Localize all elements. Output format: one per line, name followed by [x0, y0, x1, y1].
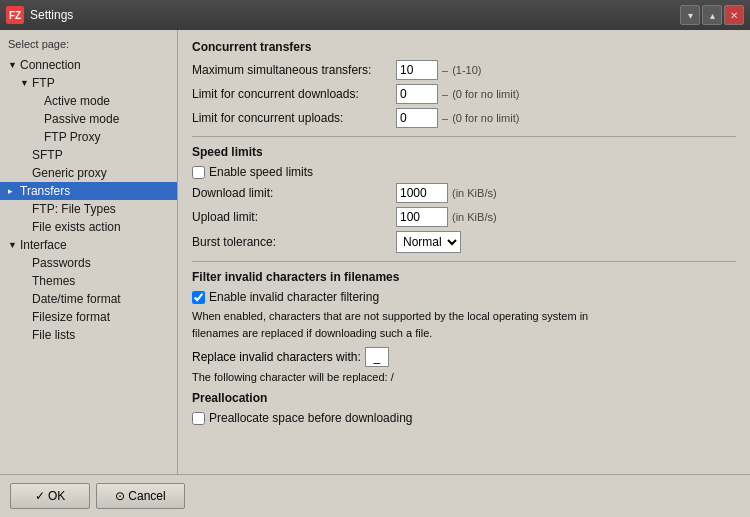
download-limit-row: Download limit: (in KiB/s): [192, 183, 736, 203]
sidebar-item-label: SFTP: [32, 148, 63, 162]
download-limit-input[interactable]: [396, 183, 448, 203]
burst-tolerance-label: Burst tolerance:: [192, 235, 392, 249]
sidebar-item-label: Transfers: [20, 184, 70, 198]
sidebar-item-active-mode[interactable]: Active mode: [0, 92, 177, 110]
max-simultaneous-decrement[interactable]: –: [442, 64, 448, 76]
sidebar-item-label: Filesize format: [32, 310, 110, 324]
sidebar-item-file-lists[interactable]: File lists: [0, 326, 177, 344]
sidebar-item-label: FTP: [32, 76, 55, 90]
sidebar-label: Select page:: [0, 34, 177, 56]
cancel-button[interactable]: ⊙ Cancel: [96, 483, 185, 509]
limit-uploads-row: Limit for concurrent uploads: – (0 for n…: [192, 108, 736, 128]
sidebar-item-themes[interactable]: Themes: [0, 272, 177, 290]
sidebar-item-label: Connection: [20, 58, 81, 72]
upload-limit-input[interactable]: [396, 207, 448, 227]
prealloc-checkbox[interactable]: [192, 412, 205, 425]
limit-downloads-input[interactable]: [396, 84, 438, 104]
upload-limit-label: Upload limit:: [192, 210, 392, 224]
replace-chars-input[interactable]: [365, 347, 389, 367]
close-button[interactable]: ✕: [724, 5, 744, 25]
max-simultaneous-hint: (1-10): [452, 64, 481, 76]
sidebar-item-transfers[interactable]: ▸ Transfers: [0, 182, 177, 200]
sidebar-item-file-exists-action[interactable]: File exists action: [0, 218, 177, 236]
replace-note: The following character will be replaced…: [192, 371, 736, 383]
sidebar-item-label: Generic proxy: [32, 166, 107, 180]
app-icon: FZ: [6, 6, 24, 24]
sidebar-item-sftp[interactable]: SFTP: [0, 146, 177, 164]
upload-limit-hint: (in KiB/s): [452, 211, 497, 223]
enable-speed-limits-row: Enable speed limits: [192, 165, 736, 179]
replace-chars-row: Replace invalid characters with:: [192, 347, 736, 367]
main-content: Select page: ▼ Connection ▼ FTP Active m…: [0, 30, 750, 474]
window-title: Settings: [30, 8, 73, 22]
enable-filter-label: Enable invalid character filtering: [209, 290, 379, 304]
bottom-bar: ✓ OK ⊙ Cancel: [0, 474, 750, 517]
sidebar-item-filesize-format[interactable]: Filesize format: [0, 308, 177, 326]
minimize-button[interactable]: ▾: [680, 5, 700, 25]
enable-speed-limits-checkbox[interactable]: [192, 166, 205, 179]
sidebar-item-label: FTP: File Types: [32, 202, 116, 216]
sidebar-item-label: File exists action: [32, 220, 121, 234]
burst-tolerance-select[interactable]: None Low Normal High: [396, 231, 461, 253]
sidebar-item-label: Passive mode: [44, 112, 119, 126]
sidebar-item-connection[interactable]: ▼ Connection: [0, 56, 177, 74]
sidebar-item-label: File lists: [32, 328, 75, 342]
max-simultaneous-row: Maximum simultaneous transfers: – (1-10): [192, 60, 736, 80]
limit-downloads-hint: (0 for no limit): [452, 88, 519, 100]
filter-invalid-chars-title: Filter invalid characters in filenames: [192, 270, 736, 284]
sidebar-item-label: Interface: [20, 238, 67, 252]
expand-arrow: ▸: [8, 186, 18, 196]
preallocation-title: Preallocation: [192, 391, 736, 405]
sidebar-item-passive-mode[interactable]: Passive mode: [0, 110, 177, 128]
title-bar: FZ Settings ▾ ▴ ✕: [0, 0, 750, 30]
concurrent-transfers-title: Concurrent transfers: [192, 40, 736, 54]
sidebar-item-label: Active mode: [44, 94, 110, 108]
enable-speed-limits-label: Enable speed limits: [209, 165, 313, 179]
sidebar-item-passwords[interactable]: Passwords: [0, 254, 177, 272]
sidebar-item-label: Themes: [32, 274, 75, 288]
sidebar: Select page: ▼ Connection ▼ FTP Active m…: [0, 30, 178, 474]
max-simultaneous-input[interactable]: [396, 60, 438, 80]
sidebar-item-label: FTP Proxy: [44, 130, 100, 144]
download-limit-label: Download limit:: [192, 186, 392, 200]
concurrent-transfers-section: Concurrent transfers Maximum simultaneou…: [192, 40, 736, 128]
title-bar-controls: ▾ ▴ ✕: [680, 5, 744, 25]
replace-chars-label: Replace invalid characters with:: [192, 350, 361, 364]
speed-limits-section: Speed limits Enable speed limits Downloa…: [192, 145, 736, 253]
limit-uploads-input[interactable]: [396, 108, 438, 128]
max-simultaneous-label: Maximum simultaneous transfers:: [192, 63, 392, 77]
sidebar-item-ftp[interactable]: ▼ FTP: [0, 74, 177, 92]
filter-invalid-chars-section: Filter invalid characters in filenames E…: [192, 270, 736, 383]
right-panel: Concurrent transfers Maximum simultaneou…: [178, 30, 750, 474]
restore-button[interactable]: ▴: [702, 5, 722, 25]
speed-limits-title: Speed limits: [192, 145, 736, 159]
limit-downloads-decrement[interactable]: –: [442, 88, 448, 100]
divider-2: [192, 261, 736, 262]
sidebar-item-ftp-proxy[interactable]: FTP Proxy: [0, 128, 177, 146]
ok-button[interactable]: ✓ OK: [10, 483, 90, 509]
limit-downloads-row: Limit for concurrent downloads: – (0 for…: [192, 84, 736, 104]
expand-arrow: ▼: [20, 78, 30, 88]
sidebar-item-datetime-format[interactable]: Date/time format: [0, 290, 177, 308]
limit-uploads-decrement[interactable]: –: [442, 112, 448, 124]
sidebar-item-ftp-file-types[interactable]: FTP: File Types: [0, 200, 177, 218]
prealloc-checkbox-row: Preallocate space before downloading: [192, 411, 736, 425]
enable-filter-row: Enable invalid character filtering: [192, 290, 736, 304]
sidebar-item-label: Date/time format: [32, 292, 121, 306]
filter-info-text: When enabled, characters that are not su…: [192, 308, 736, 341]
sidebar-item-generic-proxy[interactable]: Generic proxy: [0, 164, 177, 182]
prealloc-label: Preallocate space before downloading: [209, 411, 412, 425]
expand-arrow: ▼: [8, 60, 18, 70]
title-bar-left: FZ Settings: [6, 6, 73, 24]
expand-arrow: ▼: [8, 240, 18, 250]
limit-uploads-hint: (0 for no limit): [452, 112, 519, 124]
preallocation-section: Preallocation Preallocate space before d…: [192, 391, 736, 425]
limit-uploads-label: Limit for concurrent uploads:: [192, 111, 392, 125]
burst-tolerance-row: Burst tolerance: None Low Normal High: [192, 231, 736, 253]
enable-filter-checkbox[interactable]: [192, 291, 205, 304]
upload-limit-row: Upload limit: (in KiB/s): [192, 207, 736, 227]
sidebar-item-interface[interactable]: ▼ Interface: [0, 236, 177, 254]
divider-1: [192, 136, 736, 137]
limit-downloads-label: Limit for concurrent downloads:: [192, 87, 392, 101]
sidebar-item-label: Passwords: [32, 256, 91, 270]
